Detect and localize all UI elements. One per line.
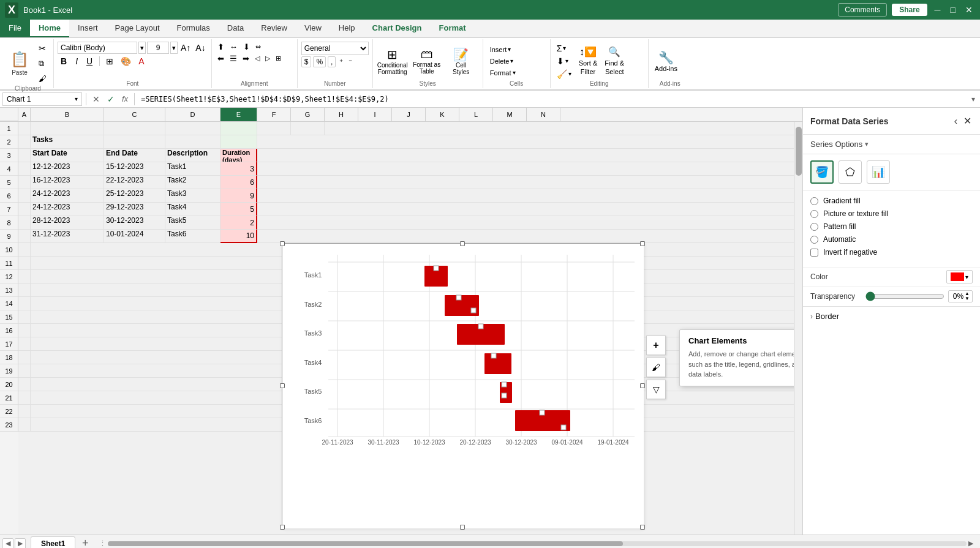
cell-c5[interactable]: 22-12-2023 [104, 176, 165, 189]
cell-b6[interactable]: 24-12-2023 [31, 189, 104, 203]
cell-d1[interactable] [165, 122, 221, 135]
row-header-12[interactable]: 12 [0, 270, 18, 283]
transparency-slider[interactable] [865, 291, 944, 301]
sheet-tab-sheet1[interactable]: Sheet1 [31, 536, 75, 549]
cell-a7[interactable] [18, 203, 31, 216]
series-fill-icon-button[interactable]: 🪣 [810, 160, 834, 184]
row-header-22[interactable]: 22 [0, 405, 18, 418]
fill-option-gradient[interactable]: Gradient fill [810, 197, 973, 205]
cell-e7[interactable]: 5 [221, 203, 257, 216]
insert-function-button[interactable]: fx [119, 94, 130, 103]
chart-handle-bm[interactable] [460, 525, 465, 530]
border-header[interactable]: › Border [810, 312, 973, 321]
sort-filter-button[interactable]: ↕🔽 Sort &Filter [576, 45, 600, 77]
number-format-select[interactable]: General [301, 42, 369, 55]
col-header-j[interactable]: J [392, 108, 426, 121]
panel-back-button[interactable]: ‹ [953, 114, 959, 128]
cell-c3[interactable]: End Date [104, 149, 165, 162]
increase-decimal-button[interactable]: ⁺ [337, 57, 345, 67]
decrease-decimal-button[interactable]: ⁻ [347, 57, 354, 67]
cell-c6[interactable]: 25-12-2023 [104, 189, 165, 203]
align-left-button[interactable]: ⬅ [216, 53, 226, 64]
fill-color-button[interactable]: 🎨 [118, 56, 134, 67]
border-button[interactable]: ⊞ [104, 56, 116, 67]
cell-rest6[interactable] [257, 189, 794, 203]
cell-a2[interactable] [18, 135, 31, 149]
cell-f1[interactable] [257, 122, 291, 135]
h-scrollbar-track[interactable] [108, 541, 967, 546]
col-header-d[interactable]: D [165, 108, 221, 121]
italic-button[interactable]: I [72, 55, 81, 67]
cell-rest5[interactable] [257, 176, 794, 189]
col-header-g[interactable]: G [291, 108, 325, 121]
expand-formula-button[interactable]: ▾ [969, 95, 978, 103]
row-header-10[interactable]: 10 [0, 243, 18, 257]
row-header-6[interactable]: 6 [0, 189, 18, 203]
minimize-icon[interactable]: ─ [932, 5, 943, 15]
row-header-1[interactable]: 1 [0, 122, 18, 135]
maximize-icon[interactable]: □ [948, 5, 958, 15]
tab-data[interactable]: Data [219, 20, 252, 37]
row-header-9[interactable]: 9 [0, 230, 18, 243]
align-top-button[interactable]: ⬆ [216, 42, 226, 52]
bold-button[interactable]: B [58, 55, 70, 67]
percent-button[interactable]: % [313, 56, 326, 67]
chart-elements-button[interactable]: + [646, 336, 666, 355]
chart-filters-button[interactable]: ▽ [646, 380, 666, 399]
delete-cells-button[interactable]: Delete▾ [487, 56, 519, 66]
chart-area[interactable]: Task1 Task2 Task3 Task4 Task5 Task6 20-1… [282, 243, 643, 528]
cell-rest9[interactable] [257, 230, 794, 243]
chart-styles-button[interactable]: 🖌 [646, 358, 666, 377]
close-icon[interactable]: ✕ [963, 5, 975, 15]
col-header-b[interactable]: B [31, 108, 104, 121]
cell-d5[interactable]: Task2 [165, 176, 221, 189]
series-pentagon-icon-button[interactable]: ⬠ [839, 160, 862, 184]
decrease-font-button[interactable]: A↓ [194, 42, 207, 53]
col-header-n[interactable]: N [527, 108, 560, 121]
indent-increase-button[interactable]: ▷ [263, 54, 272, 63]
tab-formulas[interactable]: Formulas [168, 20, 219, 37]
scroll-right-button[interactable]: ▶ [967, 539, 975, 547]
cell-d4[interactable]: Task1 [165, 162, 221, 176]
row-header-2[interactable]: 2 [0, 135, 18, 149]
autosum-button[interactable]: Σ▾ [554, 43, 574, 54]
row-header-21[interactable]: 21 [0, 391, 18, 405]
cell-rest1[interactable] [325, 122, 794, 135]
increase-font-button[interactable]: A↑ [179, 42, 192, 53]
underline-button[interactable]: U [83, 55, 96, 67]
transparency-down-arrow[interactable]: ▼ [965, 296, 970, 301]
row-header-7[interactable]: 7 [0, 203, 18, 216]
cut-button[interactable]: ✂ [36, 42, 50, 55]
addins-button[interactable]: 🔧 Add-ins [652, 50, 680, 73]
cell-c9[interactable]: 10-01-2024 [104, 230, 165, 243]
vertical-scrollbar[interactable] [794, 122, 802, 535]
row-header-8[interactable]: 8 [0, 216, 18, 230]
cell-d9[interactable]: Task6 [165, 230, 221, 243]
col-header-k[interactable]: K [426, 108, 459, 121]
comments-button[interactable]: Comments [838, 3, 887, 17]
color-picker-button[interactable]: ▾ [946, 270, 973, 283]
cell-g1[interactable] [291, 122, 325, 135]
fill-gradient-radio[interactable] [810, 197, 818, 205]
cell-rest2[interactable] [257, 135, 794, 149]
align-middle-button[interactable]: ↔ [228, 42, 239, 52]
tab-chart-design[interactable]: Chart Design [364, 20, 431, 37]
row-header-11[interactable]: 11 [0, 257, 18, 270]
cell-c7[interactable]: 29-12-2023 [104, 203, 165, 216]
tab-page-layout[interactable]: Page Layout [107, 20, 168, 37]
add-sheet-button[interactable]: + [78, 536, 92, 549]
fill-option-pattern[interactable]: Pattern fill [810, 222, 973, 231]
tab-view[interactable]: View [296, 20, 330, 37]
tab-file[interactable]: File [0, 20, 30, 37]
font-size-input[interactable] [147, 42, 169, 54]
transparency-value-display[interactable]: 0% ▲ ▼ [948, 290, 973, 302]
font-size-dropdown[interactable]: ▾ [170, 42, 178, 54]
cell-b1[interactable] [31, 122, 104, 135]
cell-e9[interactable]: 10 [221, 230, 257, 243]
name-box[interactable]: Chart 1 ▾ [2, 92, 82, 106]
cell-e3[interactable]: Duration (days) [221, 149, 257, 162]
cell-d8[interactable]: Task5 [165, 216, 221, 230]
cell-c1[interactable] [104, 122, 165, 135]
cell-b9[interactable]: 31-12-2023 [31, 230, 104, 243]
cell-e6[interactable]: 9 [221, 189, 257, 203]
